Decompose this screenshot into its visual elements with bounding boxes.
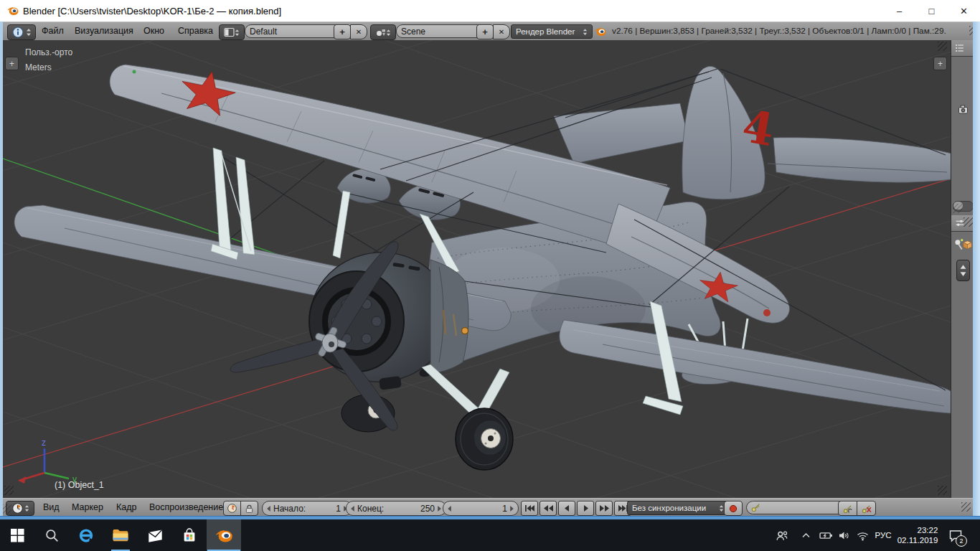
scene-delete-button[interactable]: ✕ (493, 24, 510, 39)
tray-battery-icon[interactable] (818, 519, 835, 551)
menu-help[interactable]: Справка (175, 22, 216, 39)
action-center-button[interactable]: 2 (946, 519, 966, 551)
menu-render[interactable]: Визуализация (72, 22, 136, 39)
auto-keyframe-record-button[interactable] (724, 501, 743, 516)
updown-arrows-icon (960, 263, 966, 278)
frame-start-field[interactable]: Начало: 1 (262, 501, 352, 516)
corner-resize-grip[interactable] (963, 217, 973, 227)
biplane-model[interactable]: 4 (14, 65, 951, 470)
editor-type-button[interactable] (7, 24, 36, 40)
viewport-3d[interactable]: 4 (3, 40, 951, 498)
frame-end-value: 250 (384, 504, 435, 514)
taskbar-explorer-button[interactable] (103, 519, 138, 551)
scene-browse-button[interactable] (370, 24, 396, 40)
corner-resize-grip[interactable] (4, 486, 14, 495)
blender-logo-icon (6, 4, 19, 17)
tray-clock[interactable]: 23:22 02.11.2019 (895, 519, 940, 551)
outliner-panel (951, 40, 974, 215)
store-icon (182, 527, 197, 543)
camera-object-icon[interactable] (957, 103, 970, 115)
scene-statistics: v2.76 | Вершин:3,853 | Граней:3,532 | Тр… (612, 22, 965, 40)
delete-keyframe-button[interactable] (857, 501, 876, 516)
maximize-button[interactable]: □ (915, 0, 948, 22)
taskbar-blender-button[interactable] (207, 519, 241, 551)
unit-label: Meters (25, 62, 52, 72)
use-preview-range-toggle[interactable] (223, 501, 241, 516)
corner-resize-grip[interactable] (953, 204, 962, 213)
insert-keyframe-button[interactable] (838, 501, 857, 516)
tray-chevron-up-icon[interactable] (798, 519, 814, 551)
taskbar-edge-button[interactable] (69, 519, 103, 551)
next-keyframe-icon (600, 505, 609, 512)
screen-layout-add-button[interactable]: + (334, 24, 351, 39)
play-icon (581, 505, 590, 512)
tray-volume-icon[interactable] (835, 519, 852, 551)
window-titlebar[interactable]: Blender [C:\Users\tvister\Desktop\KOR-1\… (0, 0, 980, 22)
object-context-cube-icon[interactable] (961, 239, 974, 251)
current-frame-field[interactable]: 1 (443, 501, 519, 516)
updown-arrows-icon (235, 29, 240, 37)
screen-layout-delete-button[interactable]: ✕ (350, 24, 367, 39)
tray-language-indicator[interactable]: РУС (871, 519, 895, 551)
taskbar-mail-button[interactable] (138, 519, 172, 551)
context-nav-button[interactable] (956, 260, 970, 281)
jump-end-icon (618, 505, 628, 512)
corner-resize-grip[interactable] (938, 486, 947, 495)
corner-resize-grip[interactable] (961, 502, 971, 512)
toolshelf-expand-tab[interactable]: + (5, 57, 19, 70)
frame-start-label: Начало: (273, 504, 306, 514)
minimize-button[interactable]: – (883, 0, 915, 22)
play-button[interactable] (577, 501, 594, 516)
mail-icon (147, 529, 164, 542)
close-button[interactable]: ✕ (948, 0, 980, 22)
corner-resize-grip[interactable] (2, 504, 11, 514)
desktop: Blender [C:\Users\tvister\Desktop\KOR-1\… (0, 0, 980, 551)
window-title: Blender [C:\Users\tvister\Desktop\KOR-1\… (23, 6, 281, 17)
screen-layout-value: Default (250, 27, 277, 37)
timeline-editor-icon (11, 502, 24, 514)
play-reverse-button[interactable] (558, 501, 575, 516)
window-border-right (973, 22, 980, 516)
sync-mode-dropdown[interactable]: Без синхронизации (627, 501, 729, 515)
timeline-menu-frame[interactable]: Кадр (113, 499, 139, 516)
axis-gizmo: z y (19, 438, 77, 484)
screen-layout-icon (224, 27, 235, 37)
info-header: Файл Визуализация Окно Справка Default +… (0, 22, 980, 42)
lock-time-cursor-toggle[interactable] (240, 501, 258, 516)
taskbar-store-button[interactable] (172, 519, 207, 551)
start-button[interactable] (0, 519, 34, 551)
screen-layout-browse-button[interactable] (219, 24, 245, 40)
timeline-menu-marker[interactable]: Маркер (69, 499, 106, 516)
lock-icon (244, 503, 255, 514)
keying-set-field[interactable] (746, 501, 847, 514)
outliner-header[interactable] (951, 40, 974, 57)
window-border-left (0, 22, 3, 516)
corner-resize-grip[interactable] (938, 42, 947, 51)
blender-logo-icon (215, 526, 234, 545)
scene-field[interactable]: Scene (396, 24, 485, 38)
next-keyframe-button[interactable] (595, 501, 613, 516)
key-icon (751, 503, 760, 512)
properties-panel (951, 215, 974, 498)
viewport-scene[interactable]: 4 (3, 40, 951, 498)
scene-add-button[interactable]: + (476, 24, 494, 39)
updown-arrows-icon (386, 29, 391, 37)
tray-wifi-icon[interactable] (854, 519, 871, 551)
render-engine-value: Рендер Blender (516, 27, 583, 36)
previous-keyframe-button[interactable] (540, 501, 557, 516)
render-engine-dropdown[interactable]: Рендер Blender (511, 24, 593, 39)
menu-window[interactable]: Окно (141, 22, 167, 39)
screen-layout-field[interactable]: Default (245, 24, 342, 38)
properties-region-expand-tab[interactable]: + (933, 57, 947, 70)
timeline-menu-view[interactable]: Вид (40, 499, 62, 516)
edge-icon (77, 527, 95, 544)
frame-end-field[interactable]: Конец: 250 (346, 501, 446, 516)
jump-start-icon (525, 505, 534, 512)
jump-to-start-button[interactable] (521, 501, 538, 516)
taskbar-search-button[interactable] (34, 519, 69, 551)
menu-file[interactable]: Файл (39, 22, 67, 39)
outliner-editor-icon (954, 42, 966, 54)
tray-people-icon[interactable] (773, 519, 791, 551)
timeline-menu-playback[interactable]: Воспроизведение (146, 499, 226, 516)
updown-arrows-icon (24, 504, 29, 512)
